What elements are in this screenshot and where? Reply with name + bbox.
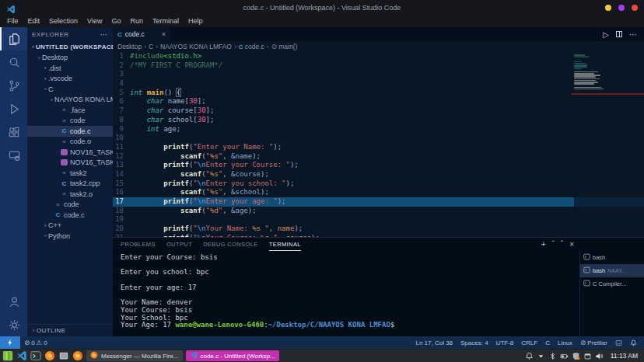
- code-text: /*MY FIRST C PROGRAM*/: [130, 61, 222, 71]
- close-panel-icon[interactable]: ×: [569, 240, 574, 249]
- tree-item-code-c[interactable]: Ccode.c: [27, 126, 113, 137]
- menu-terminal[interactable]: Terminal: [148, 15, 184, 27]
- taskbar-window[interactable]: code.c - Untitled (Worksp...: [186, 350, 279, 361]
- status-crlf[interactable]: CRLF: [517, 339, 541, 346]
- notifications-icon[interactable]: [626, 339, 641, 346]
- file-manager-launcher-icon[interactable]: [58, 350, 69, 361]
- minimap[interactable]: [574, 53, 614, 90]
- breadcrumb-item[interactable]: Desktop: [117, 43, 142, 50]
- menu-help[interactable]: Help: [184, 15, 208, 27]
- activity-source-control-icon[interactable]: [0, 74, 27, 97]
- vscode-launcher-icon[interactable]: [16, 350, 27, 361]
- status-ln-17-col-38[interactable]: Ln 17, Col 38: [411, 339, 457, 346]
- cast-icon[interactable]: [611, 339, 626, 346]
- panel-tab-problems[interactable]: PROBLEMS: [121, 238, 156, 251]
- activity-search-icon[interactable]: [0, 50, 27, 74]
- more-actions-icon[interactable]: ⋯: [629, 30, 637, 39]
- outline-section[interactable]: › OUTLINE: [27, 324, 113, 336]
- remote-indicator[interactable]: [0, 336, 20, 349]
- bluetooth-icon[interactable]: [548, 351, 557, 360]
- tree-item-python[interactable]: ›Python: [27, 231, 113, 242]
- code-line: 7 char course[30];: [113, 106, 644, 116]
- firefox-launcher-icon[interactable]: [44, 350, 55, 361]
- tree-item--dist[interactable]: ›.dist: [27, 63, 113, 74]
- maximize-panel-icon[interactable]: ˆ: [561, 240, 563, 249]
- problems-status[interactable]: ⊘ 0 ⚠ 0: [20, 339, 51, 346]
- terminal-dropdown-icon[interactable]: ˇ: [551, 240, 554, 249]
- status-bar: ⊘ 0 ⚠ 0 Ln 17, Col 38Spaces: 4UTF-8CRLFC…: [0, 336, 644, 349]
- tree-item-task2-cpp[interactable]: Ctask2.cpp: [27, 179, 113, 190]
- terminal-session[interactable]: bash: [580, 251, 644, 264]
- tree-item-code[interactable]: ≡code: [27, 200, 113, 211]
- caret-icon[interactable]: [537, 351, 545, 360]
- bottom-panel: PROBLEMSOUTPUTDEBUG CONSOLETERMINAL +ˇˆ×…: [113, 237, 644, 336]
- activity-explorer-icon[interactable]: [0, 27, 27, 50]
- taskbar-window[interactable]: Messenger — Mozilla Fire...: [86, 350, 183, 361]
- status-linux[interactable]: Linux: [554, 339, 576, 346]
- activity-run-debug-icon[interactable]: [0, 97, 27, 120]
- terminal-session[interactable]: C Compiler...: [580, 277, 644, 291]
- status-utf-8[interactable]: UTF-8: [492, 339, 518, 346]
- tree-item-code-c[interactable]: Ccode.c: [27, 210, 113, 221]
- split-editor-icon[interactable]: [616, 31, 622, 37]
- tree-item-desktop[interactable]: ›Desktop: [27, 53, 113, 64]
- code-editor[interactable]: 1#include<stdio.h>2/*MY FIRST C PROGRAM*…: [113, 52, 644, 237]
- close-button[interactable]: [632, 5, 638, 11]
- breadcrumb-item[interactable]: C code.c: [239, 43, 264, 50]
- shield-icon[interactable]: [572, 351, 580, 360]
- activity-settings-icon[interactable]: [0, 313, 27, 336]
- bell-icon[interactable]: [525, 351, 534, 360]
- chevron-right-icon: ›: [30, 327, 37, 334]
- tree-item-label: C: [48, 85, 54, 93]
- terminal-session[interactable]: bashNAAY...: [580, 264, 644, 277]
- battery-icon[interactable]: [560, 351, 569, 360]
- tree-item-code-o[interactable]: ≡code.o: [27, 137, 113, 148]
- breadcrumb-item[interactable]: C: [149, 43, 153, 50]
- code-text: printf("\nEnter your age: ");: [130, 197, 286, 207]
- tree-item-naayos-kona-lmfao[interactable]: ›NAAYOS KONA LMFAO: [27, 95, 113, 106]
- menu-go[interactable]: Go: [107, 15, 125, 27]
- maximize-button[interactable]: [618, 5, 625, 11]
- terminal-launcher-icon[interactable]: [30, 350, 41, 361]
- status-spaces-4[interactable]: Spaces: 4: [457, 339, 492, 346]
- menu-run[interactable]: Run: [125, 15, 148, 27]
- tree-item-c-[interactable]: ›C++: [27, 221, 113, 231]
- tree-item-c[interactable]: ›C: [27, 84, 113, 95]
- activity-account-icon[interactable]: [0, 290, 27, 313]
- new-terminal-icon[interactable]: +: [541, 240, 546, 249]
- run-file-icon[interactable]: ▷: [603, 30, 609, 39]
- tree-item--vscode[interactable]: ›.vscode: [27, 74, 113, 85]
- tree-item-label: task2.cpp: [70, 179, 100, 187]
- activity-extensions-icon[interactable]: [0, 120, 27, 144]
- clock[interactable]: 11:13 AM: [607, 352, 642, 360]
- volume-icon[interactable]: [595, 351, 604, 360]
- tree-item-task2[interactable]: ≡task2: [27, 168, 113, 179]
- app-menu-launcher-icon[interactable]: [2, 350, 13, 361]
- panel-tab-output[interactable]: OUTPUT: [166, 238, 192, 251]
- menu-file[interactable]: File: [2, 15, 23, 27]
- breadcrumb-item[interactable]: NAAYOS KONA LMFAO: [160, 43, 232, 50]
- terminal[interactable]: Enter your Course: bsisEnter you school:…: [121, 254, 579, 335]
- panel-tab-terminal[interactable]: TERMINAL: [269, 238, 301, 251]
- tree-item-nov16-task1-del-[interactable]: NOV16_TASK1_DEL...: [27, 147, 113, 158]
- close-tab-icon[interactable]: ×: [162, 30, 166, 38]
- explorer-more-icon[interactable]: ⋯: [100, 30, 109, 39]
- tree-item-task2-o[interactable]: ≡task2.o: [27, 189, 113, 200]
- tree-item-nov16-task2-del-[interactable]: NOV16_TASK2_DEL...: [27, 158, 113, 169]
- minimize-button[interactable]: [605, 5, 611, 11]
- code-text: printf("Enter your Name: ");: [130, 143, 282, 152]
- firefox-launcher-icon[interactable]: [72, 350, 83, 361]
- activity-remote-explorer-icon[interactable]: [0, 144, 27, 167]
- tree-item--face[interactable]: ≡.face: [27, 105, 113, 116]
- menu-selection[interactable]: Selection: [44, 15, 82, 27]
- breadcrumb-item[interactable]: ⊙ main(): [271, 43, 298, 50]
- status-c[interactable]: C: [541, 339, 554, 346]
- tree-item-code[interactable]: ≡code: [27, 116, 113, 127]
- tab-code-c[interactable]: C code.c ×: [113, 27, 170, 41]
- status-prettier[interactable]: ⊘Prettier: [576, 339, 611, 346]
- tree-item-untitled-workspace-[interactable]: ›UNTITLED (WORKSPACE): [27, 42, 113, 53]
- menu-edit[interactable]: Edit: [23, 15, 45, 27]
- window-icon[interactable]: [583, 351, 592, 360]
- panel-tab-debug-console[interactable]: DEBUG CONSOLE: [203, 238, 258, 251]
- menu-view[interactable]: View: [82, 15, 107, 27]
